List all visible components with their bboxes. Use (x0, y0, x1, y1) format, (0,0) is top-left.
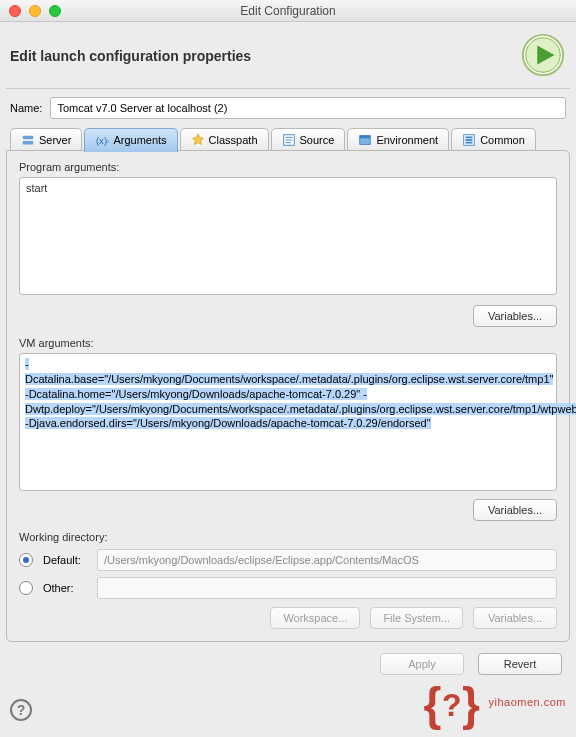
svg-rect-4 (23, 141, 34, 145)
revert-button[interactable]: Revert (478, 653, 562, 675)
window-title: Edit Configuration (0, 4, 576, 18)
titlebar: Edit Configuration (0, 0, 576, 22)
program-variables-button[interactable]: Variables... (473, 305, 557, 327)
help-icon[interactable]: ? (10, 699, 32, 721)
tab-strip: Server (x)= Arguments Classpath Source E… (0, 127, 576, 151)
tab-source[interactable]: Source (271, 128, 346, 152)
svg-text:(x)=: (x)= (96, 135, 109, 146)
watermark-logo: {?} (424, 677, 481, 731)
svg-rect-11 (360, 136, 371, 139)
vm-args-label: VM arguments: (19, 337, 557, 349)
tab-label: Common (480, 134, 525, 146)
tab-label: Source (300, 134, 335, 146)
tab-arguments[interactable]: (x)= Arguments (84, 128, 177, 152)
name-row: Name: (0, 97, 576, 127)
apply-button: Apply (380, 653, 464, 675)
dialog-title: Edit launch configuration properties (10, 48, 251, 64)
wd-other-input (97, 577, 557, 599)
watermark-text: yihaomen.com (488, 696, 566, 708)
watermark: {?} yihaomen.com (424, 675, 566, 729)
wd-default-radio[interactable] (19, 553, 33, 567)
server-icon (21, 133, 35, 147)
tab-label: Environment (376, 134, 438, 146)
svg-rect-15 (466, 142, 473, 144)
tab-label: Server (39, 134, 71, 146)
wd-default-label: Default: (43, 554, 87, 566)
working-dir-label: Working directory: (19, 531, 557, 543)
name-input[interactable] (50, 97, 566, 119)
environment-icon (358, 133, 372, 147)
filesystem-button: File System... (370, 607, 463, 629)
workspace-button: Workspace... (270, 607, 360, 629)
wd-other-label: Other: (43, 582, 87, 594)
program-args-label: Program arguments: (19, 161, 557, 173)
wd-other-row: Other: (19, 577, 557, 599)
tab-environment[interactable]: Environment (347, 128, 449, 152)
common-icon (462, 133, 476, 147)
wd-default-input (97, 549, 557, 571)
program-args-input[interactable] (19, 177, 557, 295)
name-label: Name: (10, 102, 42, 114)
classpath-icon (191, 133, 205, 147)
vm-args-text: -Dcatalina.base="/Users/mkyong/Documents… (25, 358, 576, 429)
tab-label: Classpath (209, 134, 258, 146)
svg-rect-13 (466, 137, 473, 139)
tab-server[interactable]: Server (10, 128, 82, 152)
run-icon (520, 32, 566, 80)
svg-rect-3 (23, 136, 34, 140)
wd-default-row: Default: (19, 549, 557, 571)
tab-classpath[interactable]: Classpath (180, 128, 269, 152)
vm-variables-button[interactable]: Variables... (473, 499, 557, 521)
tab-label: Arguments (113, 134, 166, 146)
vm-args-input[interactable]: -Dcatalina.base="/Users/mkyong/Documents… (19, 353, 557, 491)
dialog-buttons: Apply Revert (0, 653, 562, 675)
wd-variables-button: Variables... (473, 607, 557, 629)
tab-common[interactable]: Common (451, 128, 536, 152)
variable-icon: (x)= (95, 133, 109, 147)
svg-rect-14 (466, 139, 473, 141)
wd-other-radio[interactable] (19, 581, 33, 595)
dialog-header: Edit launch configuration properties (0, 22, 576, 80)
tab-panel-arguments: Program arguments: Variables... VM argum… (6, 150, 570, 642)
source-icon (282, 133, 296, 147)
divider (6, 88, 570, 89)
